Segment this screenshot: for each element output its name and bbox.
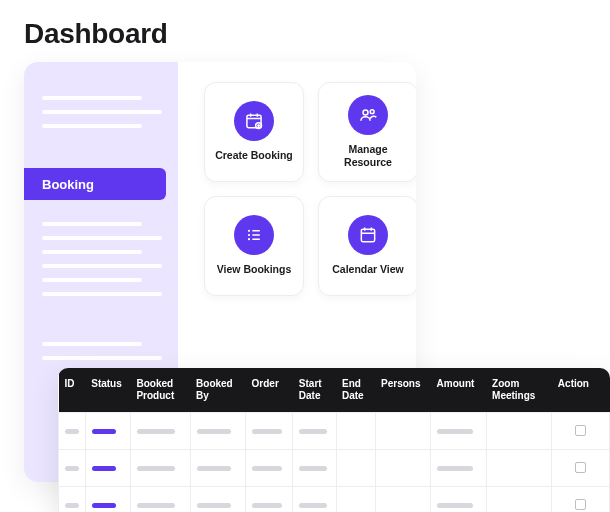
placeholder (137, 429, 175, 434)
col-status[interactable]: Status (85, 368, 130, 413)
table-cell (431, 487, 487, 513)
table-cell (246, 413, 293, 450)
table-cell (431, 450, 487, 487)
table-cell (293, 487, 336, 513)
placeholder (197, 503, 231, 508)
calendar-icon (348, 215, 388, 255)
svg-rect-15 (361, 230, 374, 243)
svg-point-10 (248, 234, 250, 236)
placeholder (92, 429, 116, 434)
col-booked-product[interactable]: Booked Product (130, 368, 190, 413)
table-cell (431, 413, 487, 450)
placeholder (437, 429, 473, 434)
table-header: ID Status Booked Product Booked By Order… (59, 368, 610, 413)
table-cell (375, 487, 431, 513)
table-cell (552, 450, 610, 487)
table-cell (336, 413, 375, 450)
sidebar-item[interactable] (42, 264, 162, 268)
table-cell (246, 487, 293, 513)
table-cell (336, 487, 375, 513)
table-cell (130, 450, 190, 487)
table-cell (190, 450, 246, 487)
placeholder (65, 466, 79, 471)
placeholder (299, 429, 327, 434)
svg-point-7 (363, 110, 368, 115)
table-cell (85, 450, 130, 487)
sidebar-item[interactable] (42, 236, 162, 240)
placeholder (252, 466, 282, 471)
table-cell (486, 487, 552, 513)
action-cards: Create Booking Manage Resource View Book… (204, 82, 416, 296)
sidebar-item[interactable] (42, 96, 142, 100)
sidebar-item[interactable] (42, 292, 162, 296)
placeholder (92, 466, 116, 471)
placeholder (137, 466, 175, 471)
sidebar-item-booking[interactable]: Booking (24, 168, 166, 200)
table-cell (85, 487, 130, 513)
table-cell (190, 487, 246, 513)
bookings-table: ID Status Booked Product Booked By Order… (58, 368, 610, 512)
list-icon (234, 215, 274, 255)
table-cell (85, 413, 130, 450)
table-cell (130, 487, 190, 513)
card-label: Create Booking (215, 149, 293, 162)
table-cell (59, 487, 86, 513)
col-booked-by[interactable]: Booked By (190, 368, 246, 413)
table-cell (375, 450, 431, 487)
col-end-date[interactable]: End Date (336, 368, 375, 413)
col-zoom-meetings[interactable]: Zoom Meetings (486, 368, 552, 413)
table-row[interactable] (59, 487, 610, 513)
table-row[interactable] (59, 413, 610, 450)
card-label: Manage Resource (325, 143, 411, 169)
table-cell (336, 450, 375, 487)
manage-resource-card[interactable]: Manage Resource (318, 82, 416, 182)
table-cell (552, 487, 610, 513)
placeholder (299, 503, 327, 508)
placeholder (92, 503, 116, 508)
placeholder (437, 503, 473, 508)
col-order[interactable]: Order (246, 368, 293, 413)
people-icon (348, 95, 388, 135)
sidebar-item[interactable] (42, 124, 142, 128)
placeholder (197, 429, 231, 434)
sidebar-item[interactable] (42, 278, 142, 282)
table-cell (552, 413, 610, 450)
calendar-view-card[interactable]: Calendar View (318, 196, 416, 296)
sidebar-item[interactable] (42, 342, 142, 346)
action-checkbox[interactable] (575, 425, 586, 436)
sidebar-item[interactable] (42, 250, 142, 254)
sidebar-item-label: Booking (42, 177, 94, 192)
table-cell (59, 450, 86, 487)
view-bookings-card[interactable]: View Bookings (204, 196, 304, 296)
col-persons[interactable]: Persons (375, 368, 431, 413)
sidebar-item[interactable] (42, 356, 162, 360)
placeholder (197, 466, 231, 471)
svg-point-9 (248, 230, 250, 232)
placeholder (65, 503, 79, 508)
table-cell (130, 413, 190, 450)
create-booking-card[interactable]: Create Booking (204, 82, 304, 182)
col-action[interactable]: Action (552, 368, 610, 413)
svg-point-8 (370, 110, 374, 114)
table-cell (293, 413, 336, 450)
calendar-plus-icon (234, 101, 274, 141)
sidebar-item[interactable] (42, 222, 142, 226)
page-title: Dashboard (24, 18, 168, 50)
placeholder (252, 429, 282, 434)
col-amount[interactable]: Amount (431, 368, 487, 413)
sidebar-item[interactable] (42, 110, 162, 114)
action-checkbox[interactable] (575, 462, 586, 473)
table-cell (486, 450, 552, 487)
table-cell (246, 450, 293, 487)
card-label: View Bookings (217, 263, 292, 276)
table-cell (293, 450, 336, 487)
col-start-date[interactable]: Start Date (293, 368, 336, 413)
placeholder (252, 503, 282, 508)
placeholder (437, 466, 473, 471)
col-id[interactable]: ID (59, 368, 86, 413)
table-row[interactable] (59, 450, 610, 487)
action-checkbox[interactable] (575, 499, 586, 510)
card-label: Calendar View (332, 263, 404, 276)
placeholder (137, 503, 175, 508)
table-cell (486, 413, 552, 450)
